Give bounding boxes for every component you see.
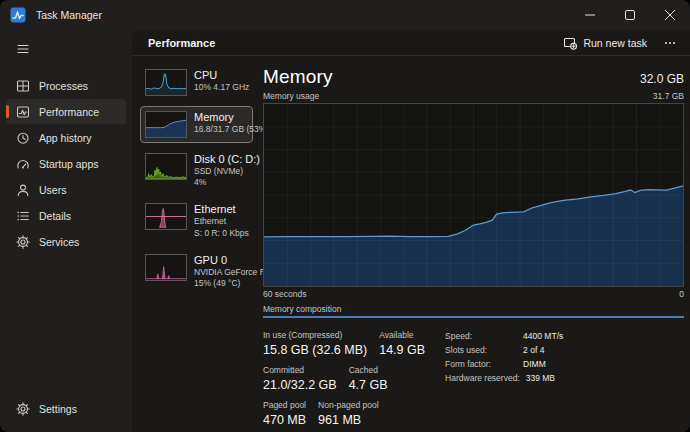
perf-item-text: EthernetEthernetS: 0 R: 0 Kbps — [194, 203, 248, 238]
sidebar-item-startup-apps[interactable]: Startup apps — [6, 151, 126, 176]
sidebar-item-label: Settings — [39, 403, 77, 415]
stat-value: 21.0/32.2 GB — [263, 378, 337, 392]
maximize-button[interactable] — [610, 0, 650, 30]
memory-stats: In use (Compressed)15.8 GB (32.6 MB)Avai… — [263, 330, 684, 432]
detail-value: 4400 MT/s — [523, 331, 563, 341]
minimize-button[interactable] — [570, 0, 610, 30]
detail-value: DIMM — [523, 359, 546, 369]
hamburger-icon — [16, 42, 30, 56]
content-header: Performance Run new task — [132, 30, 690, 56]
sidebar-item-label: Performance — [39, 106, 99, 118]
perf-item-subtitle: 15% (49 °C) — [194, 278, 248, 289]
perf-item-text: CPU10% 4.17 GHz — [194, 69, 248, 93]
more-options-icon — [663, 36, 677, 50]
detail-label: Slots used: — [445, 345, 523, 355]
close-button[interactable] — [650, 0, 690, 30]
sidebar-item-label: App history — [39, 132, 92, 144]
detail-label: Hardware reserved: — [445, 373, 526, 383]
detail-row: Form factor:DIMM — [445, 359, 563, 369]
selection-accent — [6, 105, 9, 118]
perf-list-item-memory[interactable]: Memory16.8/31.7 GB (53%) — [140, 106, 253, 143]
run-new-task-button[interactable]: Run new task — [554, 33, 656, 53]
page-title: Performance — [148, 37, 215, 49]
perf-item-title: Disk 0 (C: D:) — [194, 153, 248, 166]
sidebar-item-processes[interactable]: Processes — [6, 73, 126, 98]
perf-item-title: Memory — [194, 111, 248, 124]
sidebar-item-settings[interactable]: Settings — [6, 396, 126, 421]
total-capacity: 32.0 GB — [640, 72, 684, 86]
stat-label: Cached — [349, 365, 388, 375]
grid-icon — [16, 79, 30, 93]
window-title: Task Manager — [36, 9, 102, 21]
composition-label: Memory composition — [263, 304, 684, 314]
detail-label: Form factor: — [445, 359, 523, 369]
services-gear-icon — [16, 235, 30, 249]
task-manager-logo-icon — [10, 7, 26, 23]
perf-item-title: Ethernet — [194, 203, 248, 216]
perf-list-item-ethernet[interactable]: EthernetEthernetS: 0 R: 0 Kbps — [140, 198, 253, 243]
stat-label: In use (Compressed) — [263, 330, 367, 340]
history-clock-icon — [16, 131, 30, 145]
memory-usage-graph[interactable] — [263, 103, 684, 287]
stats-row: Paged pool470 MBNon-paged pool961 MB — [263, 400, 425, 427]
app-body: ProcessesPerformanceApp historyStartup a… — [0, 30, 690, 432]
sidebar-item-services[interactable]: Services — [6, 229, 126, 254]
sidebar-item-users[interactable]: Users — [6, 177, 126, 202]
perf-item-text: Disk 0 (C: D:)SSD (NVMe)4% — [194, 153, 248, 188]
stat-value: 470 MB — [263, 413, 306, 427]
detail-row: Slots used:2 of 4 — [445, 345, 563, 355]
sidebar-item-label: Services — [39, 236, 79, 248]
sidebar-spacer — [4, 255, 128, 395]
list-icon — [16, 209, 30, 223]
stat-value: 15.8 GB (32.6 MB) — [263, 343, 367, 357]
gpu-sparkline-icon — [145, 254, 187, 281]
perf-item-title: CPU — [194, 69, 248, 82]
task-manager-window: Task Manager ProcessesPerformanceAp — [0, 0, 690, 432]
perf-list-item-cpu[interactable]: CPU10% 4.17 GHz — [140, 64, 253, 101]
sidebar-item-label: Details — [39, 210, 71, 222]
perf-item-subtitle: 4% — [194, 177, 248, 188]
perf-item-subtitle: NVIDIA GeForce R... — [194, 267, 248, 278]
time-axis-end: 0 — [679, 289, 684, 299]
perf-item-title: GPU 0 — [194, 254, 248, 267]
perf-item-subtitle: S: 0 R: 0 Kbps — [194, 228, 248, 239]
gauge-icon — [16, 157, 30, 171]
stat-cell: Available14.9 GB — [379, 330, 425, 357]
detail-label: Speed: — [445, 331, 523, 341]
memory-sparkline-icon — [145, 111, 187, 138]
run-new-task-label: Run new task — [583, 37, 647, 49]
hardware-details: Speed:4400 MT/sSlots used:2 of 4Form fac… — [445, 331, 563, 387]
run-new-task-icon — [563, 36, 577, 50]
stat-cell: Non-paged pool961 MB — [318, 400, 379, 427]
sidebar-item-details[interactable]: Details — [6, 203, 126, 228]
ethernet-sparkline-icon — [145, 203, 187, 230]
perf-list-item-disk[interactable]: Disk 0 (C: D:)SSD (NVMe)4% — [140, 148, 253, 193]
sidebar-item-label: Users — [39, 184, 66, 196]
detail-row: Hardware reserved:339 MB — [445, 373, 563, 383]
stat-label: Available — [379, 330, 425, 340]
time-axis-start: 60 seconds — [263, 289, 306, 299]
perf-item-subtitle: 10% 4.17 GHz — [194, 82, 248, 93]
stat-label: Committed — [263, 365, 337, 375]
detail-value: 339 MB — [526, 373, 555, 383]
stat-cell: In use (Compressed)15.8 GB (32.6 MB) — [263, 330, 367, 357]
window-controls — [570, 0, 690, 30]
memory-usage-chart — [264, 104, 683, 286]
usage-graph-max: 31.7 GB — [653, 91, 684, 101]
detail-value: 2 of 4 — [523, 345, 544, 355]
stat-cell: Cached4.7 GB — [349, 365, 388, 392]
stat-cell: Committed21.0/32.2 GB — [263, 365, 337, 392]
perf-list-item-gpu[interactable]: GPU 0NVIDIA GeForce R...15% (49 °C) — [140, 249, 253, 294]
stat-label: Non-paged pool — [318, 400, 379, 410]
stat-value: 4.7 GB — [349, 378, 388, 392]
perf-item-text: GPU 0NVIDIA GeForce R...15% (49 °C) — [194, 254, 248, 289]
content-body: CPU10% 4.17 GHzMemory16.8/31.7 GB (53%)D… — [132, 56, 690, 432]
titlebar: Task Manager — [0, 0, 690, 30]
perf-item-subtitle: SSD (NVMe) — [194, 166, 248, 177]
memory-composition-bar[interactable] — [263, 316, 684, 318]
sidebar-item-app-history[interactable]: App history — [6, 125, 126, 150]
menu-toggle-button[interactable] — [6, 36, 126, 62]
gear-icon — [16, 402, 30, 416]
more-options-button[interactable] — [658, 33, 682, 53]
sidebar-item-performance[interactable]: Performance — [6, 99, 126, 124]
